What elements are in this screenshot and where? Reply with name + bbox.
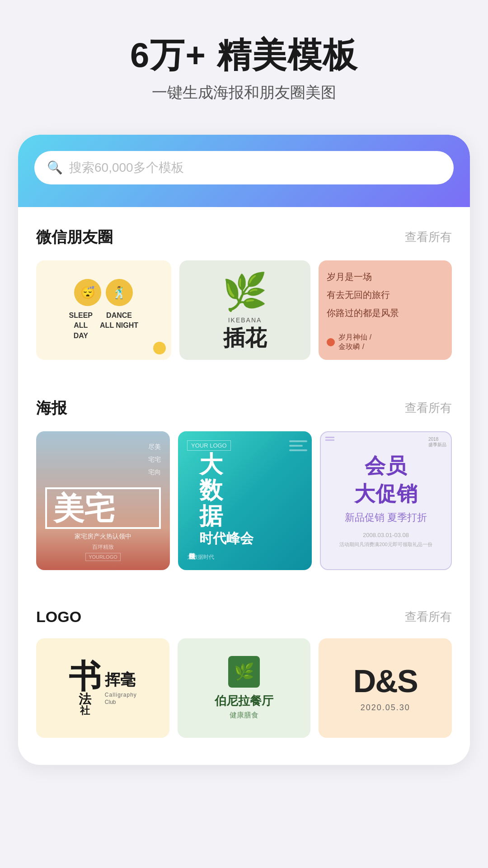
wechat-view-all[interactable]: 查看所有 xyxy=(405,229,452,245)
poster-card-member-sale[interactable]: 2018 盛季新品 会员 大促销 新品促销 夏季打折 2008.03.01-03… xyxy=(320,431,452,570)
poster2-main-area: 引领科技潮流 大数据 时代峰会 xyxy=(187,452,303,548)
poster-logo: YOURLOGO xyxy=(85,553,121,561)
logo1-bottom-char: 法 xyxy=(79,693,91,706)
app-card: 🔍 搜索60,000多个模板 微信朋友圈 查看所有 😴 🕺 SLEEP ALL xyxy=(18,135,470,765)
logo-section-header: LOGO 查看所有 xyxy=(36,608,452,626)
logo-card-restaurant[interactable]: 🌿 伯尼拉餐厅 健康膳食 xyxy=(178,638,311,738)
logo-view-all[interactable]: 查看所有 xyxy=(405,609,452,625)
deco-lines xyxy=(325,437,334,441)
logo1-eng1: Calligraphy xyxy=(105,692,137,698)
poster-section-title: 海报 xyxy=(36,398,67,419)
poster3-main: 会员 xyxy=(365,452,407,480)
logo-section: LOGO 查看所有 书 法 社 挥毫 Calligraphy Club xyxy=(18,588,470,742)
logo-card-calligraphy[interactable]: 书 法 社 挥毫 Calligraphy Club xyxy=(36,638,169,738)
hero-section: 6万+ 精美模板 一键生成海报和朋友圈美图 xyxy=(0,0,488,121)
card-badge xyxy=(153,342,166,354)
figure-dance: 🕺 xyxy=(106,279,133,306)
poster2-big-text: 大数据 时代峰会 xyxy=(199,452,253,548)
poster-sub: 家宅房产火热认领中 xyxy=(45,533,161,541)
logo2-sub: 健康膳食 xyxy=(230,711,258,720)
logo1-eng2: Club xyxy=(105,699,116,705)
card-sleep-dance-text: SLEEP ALL DAY DANCE ALL NIGHT xyxy=(69,311,139,341)
wechat-card-ikebana[interactable]: 🌿 IKEBANA 插花 xyxy=(179,260,311,360)
poem-dot xyxy=(327,338,335,346)
logo1-brush-area: 书 法 社 xyxy=(69,660,101,716)
wechat-section: 微信朋友圈 查看所有 😴 🕺 SLEEP ALL DAY DANCE xyxy=(18,207,470,364)
wechat-cards-row: 😴 🕺 SLEEP ALL DAY DANCE ALL NIGHT xyxy=(36,260,452,360)
logo1-main-area: 书 法 社 挥毫 Calligraphy Club xyxy=(69,660,137,716)
poster3-corner: 2018 盛季新品 xyxy=(428,437,446,448)
logo2-icon: 🌿 xyxy=(228,656,260,688)
poster-card-bigdata[interactable]: YOUR LOGO 引领科技潮流 大数据 时代峰会 大数据时代 xyxy=(178,431,312,570)
ikebana-label: IKEBANA xyxy=(228,316,262,324)
poster-section: 海报 查看所有 尽美宅宅宅向 美宅 家宅房产火热认领中 百坪精致 YOURLOG… xyxy=(18,378,470,575)
sleep-text: SLEEP ALL DAY xyxy=(69,311,93,341)
wechat-card-sleep-dance[interactable]: 😴 🕺 SLEEP ALL DAY DANCE ALL NIGHT xyxy=(36,260,171,360)
search-placeholder: 搜索60,000多个模板 xyxy=(69,159,184,176)
wechat-section-header: 微信朋友圈 查看所有 xyxy=(36,227,452,248)
card-figures: 😴 🕺 xyxy=(74,279,133,306)
logo1-hanzi: 挥毫 xyxy=(105,670,136,689)
poster-footer: 百坪精致 xyxy=(45,543,161,551)
dance-text: DANCE ALL NIGHT xyxy=(100,311,138,341)
decorative-waves xyxy=(289,440,307,451)
poster3-sub: 新品促销 夏季打折 xyxy=(345,511,427,524)
logo-card-ds[interactable]: D&S 2020.05.30 xyxy=(319,638,452,738)
poster-cards-row: 尽美宅宅宅向 美宅 家宅房产火热认领中 百坪精致 YOURLOGO YOUR L… xyxy=(36,431,452,570)
logo1-right-text: 挥毫 Calligraphy Club xyxy=(105,670,137,705)
poem-name1: 岁月神仙 / 金玫嶙 / xyxy=(338,333,371,352)
logo2-name: 伯尼拉餐厅 xyxy=(215,693,273,709)
logo3-date: 2020.05.30 xyxy=(361,703,410,712)
poster3-main2: 大促销 xyxy=(354,480,418,508)
poster-section-header: 海报 查看所有 xyxy=(36,398,452,419)
logo-cards-row: 书 法 社 挥毫 Calligraphy Club 🌿 伯尼拉餐厅 健康膳食 xyxy=(36,638,452,738)
logo-section-title: LOGO xyxy=(36,608,81,626)
logo1-brush-char: 书 xyxy=(69,660,101,693)
hero-title: 6万+ 精美模板 xyxy=(27,36,461,74)
poem-text: 岁月是一场 有去无回的旅行 你路过的都是风景 xyxy=(327,269,444,321)
search-bar[interactable]: 🔍 搜索60,000多个模板 xyxy=(34,151,454,184)
ikebana-chinese: 插花 xyxy=(223,324,267,353)
poster-side-text: 尽美宅宅宅向 xyxy=(45,440,161,478)
poster-view-all[interactable]: 查看所有 xyxy=(405,400,452,416)
poster-card-realestate[interactable]: 尽美宅宅宅向 美宅 家宅房产火热认领中 百坪精致 YOURLOGO xyxy=(36,431,170,570)
poster3-detail: 2008.03.01-03.08 活动期间凡消费满200元即可领取礼品一份 xyxy=(339,530,432,549)
wechat-card-poem[interactable]: 岁月是一场 有去无回的旅行 你路过的都是风景 岁月神仙 / 金玫嶙 / xyxy=(319,260,452,360)
search-icon: 🔍 xyxy=(47,160,63,175)
logo3-letters: D&S xyxy=(353,663,418,699)
poster2-logo: YOUR LOGO xyxy=(187,440,231,451)
plant-emoji: 🌿 xyxy=(222,271,267,313)
logo1-bottom-char2: 社 xyxy=(80,706,90,716)
hero-subtitle: 一键生成海报和朋友圈美图 xyxy=(27,82,461,103)
poem-authors: 岁月神仙 / 金玫嶙 / xyxy=(327,333,444,352)
figure-sleep: 😴 xyxy=(74,279,101,306)
wechat-section-title: 微信朋友圈 xyxy=(36,227,113,248)
poster-main-text: 美宅 xyxy=(45,487,161,529)
poster2-footer: 大数据时代 xyxy=(187,553,303,561)
search-header: 🔍 搜索60,000多个模板 xyxy=(18,135,470,207)
